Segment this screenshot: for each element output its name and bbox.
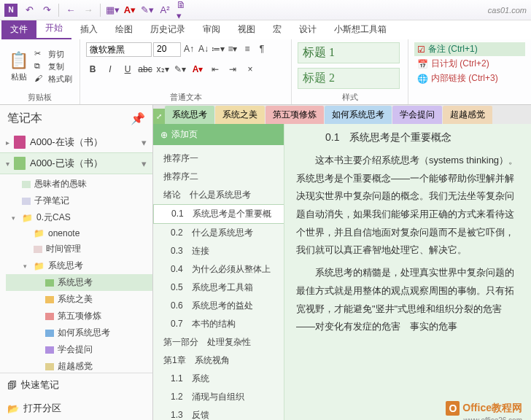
tab-draw[interactable]: 绘图: [106, 20, 142, 39]
undo-icon[interactable]: ↶: [23, 4, 35, 16]
tree-section[interactable]: 第五项修炼: [6, 308, 152, 324]
outdent-button[interactable]: ⇤: [209, 63, 222, 76]
italic-button[interactable]: I: [104, 63, 117, 76]
forward-icon[interactable]: →: [82, 4, 94, 16]
page-item[interactable]: 推荐序二: [153, 168, 284, 186]
paste-icon: 📋: [9, 51, 28, 70]
expand-icon[interactable]: ⤢: [153, 109, 165, 124]
shrink-font-icon[interactable]: A↓: [197, 42, 210, 55]
tree-section[interactable]: 如何系统思考: [6, 324, 152, 341]
style-heading1[interactable]: 标题 1: [298, 42, 400, 63]
tree-section[interactable]: 子弹笔记: [6, 192, 152, 209]
checkbox-icon: ☑: [417, 44, 425, 55]
grow-font-icon[interactable]: A↑: [182, 42, 195, 55]
underline-button[interactable]: U: [121, 63, 134, 76]
style-heading2[interactable]: 标题 2: [298, 68, 400, 89]
align-icon[interactable]: ≡: [241, 42, 254, 55]
tree-section-group[interactable]: ▾📁0.元CAS: [6, 209, 152, 226]
brush-icon: 🖌: [34, 74, 46, 84]
bold-button[interactable]: B: [86, 63, 99, 76]
tree-section[interactable]: 超越感觉: [6, 358, 152, 373]
notebook-item-reading[interactable]: ▸ A000-在读（书） ▾: [0, 132, 152, 152]
add-page-button[interactable]: ⊕添加页: [153, 124, 284, 145]
copy-button[interactable]: ⧉复制: [34, 61, 72, 72]
page-item[interactable]: 0.3 连接: [153, 242, 284, 260]
tab-design[interactable]: 设计: [290, 20, 325, 39]
superscript-icon[interactable]: A²: [159, 4, 171, 16]
highlight-button[interactable]: ✎▾: [174, 63, 187, 76]
page-item[interactable]: 1.3 反馈: [153, 406, 284, 420]
section-tab[interactable]: 学会提问: [392, 106, 442, 124]
page-item[interactable]: 第1章 系统视角: [153, 351, 284, 370]
attach-icon[interactable]: 🗎▾: [177, 4, 188, 16]
page-item[interactable]: 1.2 涌现与自组织: [153, 388, 284, 406]
chevron-down-icon[interactable]: ▾: [142, 158, 147, 169]
paste-button[interactable]: 📋 粘贴: [6, 50, 31, 84]
tree-section[interactable]: 学会提问: [6, 341, 152, 358]
page-list-panel: ⊕添加页 推荐序一 推荐序二 绪论 什么是系统思考 0.1 系统思考是个重要概 …: [153, 124, 284, 420]
page-item[interactable]: 绪论 什么是系统思考: [153, 186, 284, 204]
page-item[interactable]: 0.7 本书的结构: [153, 315, 284, 333]
quick-notes-button[interactable]: 🗐快速笔记: [0, 373, 152, 397]
back-icon[interactable]: ←: [65, 4, 77, 16]
page-item-selected[interactable]: 0.1 系统思考是个重要概: [153, 204, 284, 224]
font-size-select[interactable]: 20: [153, 42, 181, 57]
tree-section-group[interactable]: ▾📁系统思考: [6, 257, 152, 274]
tree-section[interactable]: 📁onenote: [6, 226, 152, 241]
subscript-button[interactable]: x₂▾: [156, 63, 169, 76]
tree-section[interactable]: 愚昧者的愚昧: [6, 176, 152, 192]
tag-link[interactable]: 🌐内部链接 (Ctrl+3): [414, 71, 525, 85]
section-tab[interactable]: 如何系统思考: [325, 106, 392, 124]
tab-file[interactable]: 文件: [1, 20, 36, 39]
chevron-down-icon: ▾: [12, 214, 15, 222]
page-item[interactable]: 0.4 为什么必须从整体上: [153, 260, 284, 279]
page-item[interactable]: 第一部分 处理复杂性: [153, 333, 284, 351]
cut-button[interactable]: ✂剪切: [34, 49, 72, 60]
format-painter-button[interactable]: 🖌格式刷: [34, 74, 72, 85]
section-tab[interactable]: 系统之美: [215, 106, 265, 124]
folder-icon: 📁: [34, 261, 44, 271]
page-item[interactable]: 推荐序一: [153, 149, 284, 168]
tab-insert[interactable]: 插入: [71, 20, 106, 39]
notebook-item-read[interactable]: ▾ A000-已读（书） ▾: [0, 152, 152, 174]
tab-home[interactable]: 开始: [36, 19, 71, 39]
redo-icon[interactable]: ↷: [41, 4, 53, 16]
cut-icon: ✂: [34, 49, 46, 59]
tab-history[interactable]: 历史记录: [142, 20, 194, 39]
strike-button[interactable]: abc: [139, 63, 152, 76]
table-icon[interactable]: ▦▾: [106, 4, 118, 16]
indent-button[interactable]: ⇥: [226, 63, 239, 76]
font-color-button[interactable]: A▾: [191, 63, 204, 76]
tab-view[interactable]: 视图: [229, 20, 264, 39]
tab-xstool[interactable]: 小斯想工具箱: [325, 20, 395, 39]
page-item[interactable]: 0.6 系统思考的益处: [153, 297, 284, 315]
bullets-icon[interactable]: ≔▾: [212, 42, 225, 55]
clear-format-button[interactable]: ×: [244, 63, 257, 76]
tab-review[interactable]: 审阅: [194, 20, 229, 39]
numbering-icon[interactable]: ≡▾: [226, 42, 239, 55]
tree-section-selected[interactable]: 系统思考: [6, 274, 152, 291]
page-content[interactable]: 0.1 系统思考是个重要概念 这本书主要介绍系统思考（systems think…: [284, 124, 531, 420]
tag-note[interactable]: ☑备注 (Ctrl+1): [414, 42, 525, 56]
font-color-icon[interactable]: A▾: [124, 4, 136, 16]
section-tab[interactable]: 第五项修炼: [266, 106, 324, 124]
group-font: 微软雅黑 20 A↑ A↓ ≔▾ ≡▾ ≡ ¶ B I U abc x₂▾ ✎▾…: [80, 39, 292, 104]
tag-plan[interactable]: 📅日计划 (Ctrl+2): [414, 57, 525, 71]
section-tab[interactable]: 超越感觉: [443, 106, 492, 124]
open-section-button[interactable]: 📂打开分区: [0, 397, 152, 420]
highlight-icon[interactable]: ✎▾: [142, 4, 153, 16]
notebook-swatch: [14, 157, 26, 170]
page-item[interactable]: 0.5 系统思考工具箱: [153, 279, 284, 297]
tab-macro[interactable]: 宏: [264, 20, 290, 39]
page-item[interactable]: 0.2 什么是系统思考: [153, 224, 284, 242]
font-name-select[interactable]: 微软雅黑: [86, 42, 152, 57]
paragraph-icon[interactable]: ¶: [255, 42, 268, 55]
pin-icon[interactable]: 📌: [131, 112, 145, 125]
section-tab-active[interactable]: 系统思考: [165, 106, 214, 124]
onenote-icon: N: [4, 4, 18, 17]
tree-section[interactable]: 系统之美: [6, 291, 152, 308]
tree-section[interactable]: 时间管理: [6, 241, 152, 257]
chevron-down-icon[interactable]: ▾: [142, 137, 147, 148]
chevron-down-icon: ▾: [6, 160, 9, 168]
page-item[interactable]: 1.1 系统: [153, 370, 284, 388]
